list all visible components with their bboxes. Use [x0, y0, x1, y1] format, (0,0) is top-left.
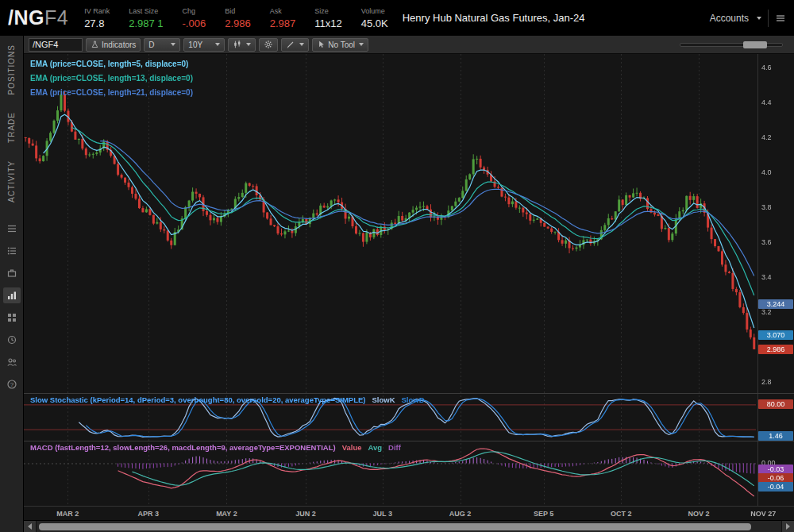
grid-icon[interactable] [3, 310, 21, 326]
chart-toolbar: Indicators D 10Y [24, 36, 794, 54]
active-tool-label: No Tool [328, 40, 355, 49]
time-axis: MAR 2APR 3MAY 2JUN 2JUL 3AUG 2SEP 5OCT 2… [24, 506, 794, 520]
stat-label: Volume [361, 7, 385, 15]
range-dropdown[interactable]: 10Y [183, 38, 225, 52]
contract-description: Henry Hub Natural Gas Futures, Jan-24 [403, 12, 585, 24]
main-area: POSITIONS TRADE ACTIVITY ? Indica [0, 36, 794, 532]
stat-label: IV Rank [84, 7, 110, 15]
price-axis-tick: 4.6 [761, 64, 793, 71]
scrollbar-thumb[interactable] [39, 523, 751, 530]
symbol-root: /NG [8, 6, 44, 29]
chart-gadget: Indicators D 10Y [24, 36, 794, 532]
scrollbar-track[interactable] [37, 521, 781, 532]
stat-label: Bid [225, 7, 235, 15]
header-divider [768, 10, 769, 27]
stat-last-size: Last Size2.987 1 [129, 7, 163, 29]
chart-area: EMA (price=CLOSE, length=5, displace=0)E… [24, 54, 794, 506]
time-axis-label: NOV 27 [750, 510, 776, 518]
macd-study-label: MACD (fastLength=12, slowLength=26, macd… [30, 443, 401, 452]
stat-bid: Bid2.986 [225, 7, 251, 29]
stat-label: Size [314, 7, 329, 15]
help-icon[interactable]: ? [3, 376, 21, 392]
zoom-slider[interactable] [680, 43, 783, 47]
legend-item: SlowD [402, 395, 425, 404]
left-sidebar: POSITIONS TRADE ACTIVITY ? [0, 36, 24, 532]
legend-item: Diff [388, 443, 401, 452]
sidebar-icons: ? [3, 221, 21, 392]
stoch-axis-badge: 1.46 [758, 431, 793, 441]
study-title: Slow Stochastic (kPeriod=14, dPeriod=3, … [30, 395, 365, 404]
quote-stats: IV Rank27.8 Last Size2.987 1 Chg-.006 Bi… [84, 7, 388, 29]
sidebar-tab-activity[interactable]: ACTIVITY [7, 160, 16, 202]
watchlist-icon[interactable] [3, 221, 21, 237]
stat-volume: Volume45.0K [361, 7, 388, 29]
range-value: 10Y [188, 40, 202, 49]
stat-value: 27.8 [84, 17, 104, 29]
legend-item: Value [342, 443, 362, 452]
chevron-down-icon [299, 43, 304, 46]
zoom-slider-track[interactable] [680, 43, 783, 47]
legend-item: SlowK [372, 395, 395, 404]
svg-text:?: ? [10, 381, 13, 388]
price-axis-badge: 3.244 [758, 299, 793, 309]
stat-value: 2.987 1 [129, 17, 163, 29]
chevron-down-icon [246, 43, 251, 46]
zoom-slider-thumb[interactable] [743, 41, 767, 48]
app-root: /NGF4 IV Rank27.8 Last Size2.987 1 Chg-.… [0, 0, 794, 532]
indicators-button[interactable]: Indicators [86, 38, 141, 52]
drawing-tools-dropdown[interactable] [281, 38, 309, 52]
price-axis-tick: 2.8 [761, 378, 793, 386]
sidebar-tab-trade[interactable]: TRADE [7, 112, 16, 143]
chart-settings-button[interactable] [259, 38, 278, 52]
charts-icon[interactable] [3, 287, 21, 303]
stat-value: 2.987 [270, 17, 296, 29]
price-axis-tick: 4.2 [761, 133, 793, 141]
time-axis-label: JUL 3 [373, 510, 392, 518]
gear-icon [264, 40, 273, 49]
macd-axis-badge: -0.03 [758, 465, 793, 474]
legend-item: Avg [368, 443, 383, 452]
stat-value: -.006 [183, 17, 206, 29]
orders-icon[interactable] [3, 243, 21, 259]
stoch-axis-badge: 80.00 [758, 399, 793, 409]
chevron-down-icon [171, 43, 175, 46]
menu-icon[interactable] [775, 13, 786, 24]
candlestick-icon [233, 40, 242, 49]
timeframe-value: D [148, 40, 154, 49]
ema-study-labels: EMA (price=CLOSE, length=5, displace=0)E… [30, 57, 193, 100]
accounts-dropdown[interactable]: Accounts [710, 13, 749, 24]
contacts-icon[interactable] [3, 354, 21, 370]
history-icon[interactable] [3, 332, 21, 348]
time-axis-label: NOV 2 [688, 510, 710, 518]
stat-ask: Ask2.987 [270, 7, 296, 29]
time-axis-label: JUN 2 [295, 510, 316, 518]
price-chart-canvas[interactable] [24, 54, 794, 506]
price-axis-badge: 2.986 [758, 345, 793, 354]
ema-label: EMA (price=CLOSE, length=5, displace=0) [30, 57, 193, 71]
header-right: Accounts [710, 10, 786, 27]
chevron-down-icon [359, 43, 364, 46]
time-axis-label: APR 3 [137, 510, 159, 518]
chart-scrollbar [24, 520, 794, 532]
macd-axis-badge: -0.06 [758, 473, 793, 483]
scroll-right-button[interactable] [781, 521, 794, 532]
quote-header: /NGF4 IV Rank27.8 Last Size2.987 1 Chg-.… [0, 0, 794, 36]
flask-icon [91, 40, 99, 49]
price-axis-tick: 3.6 [761, 238, 793, 246]
time-axis-label: MAY 2 [216, 510, 237, 518]
scroll-left-button[interactable] [24, 521, 37, 532]
active-tool-dropdown[interactable]: No Tool [312, 38, 368, 52]
time-axis-label: AUG 2 [449, 510, 472, 518]
stat-value: 2.986 [225, 17, 251, 29]
ema-label: EMA (price=CLOSE, length=21, displace=0) [30, 86, 193, 100]
price-axis-tick: 3.4 [761, 273, 793, 281]
sidebar-tab-positions[interactable]: POSITIONS [7, 44, 16, 94]
stat-value: 11x12 [314, 17, 341, 29]
symbol-input[interactable] [29, 38, 83, 52]
chevron-down-icon[interactable] [757, 17, 761, 20]
timeframe-dropdown[interactable]: D [144, 38, 180, 52]
briefcase-icon[interactable] [3, 265, 21, 281]
macd-axis-badge: -0.04 [758, 482, 793, 492]
chart-type-dropdown[interactable] [228, 38, 256, 52]
study-title: MACD (fastLength=12, slowLength=26, macd… [30, 443, 336, 452]
